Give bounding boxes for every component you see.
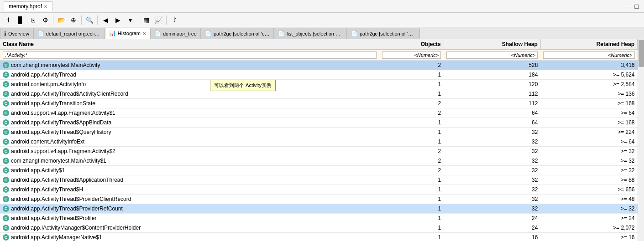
- objects-cell: 2: [379, 166, 444, 175]
- info-button[interactable]: ℹ: [3, 15, 14, 26]
- tab-histogram-close[interactable]: ✕: [142, 31, 146, 36]
- objects-cell: 1: [379, 214, 444, 223]
- minimize-icon[interactable]: –: [624, 3, 631, 10]
- shallow-heap-cell: 32: [444, 156, 540, 166]
- layout-icon: ▦: [143, 16, 149, 24]
- shallow-heap-cell: 32: [444, 175, 540, 185]
- search-button[interactable]: 🔍: [84, 15, 95, 26]
- title-bar: memory.hprof ✕ – □: [0, 0, 644, 13]
- class-name-text: android.app.ActivityThread$H: [11, 186, 83, 193]
- retained-heap-cell: >= 168: [540, 99, 637, 108]
- class-icon: C: [3, 158, 9, 164]
- table-row[interactable]: Candroid.app.ActivityThread$Profiler124>…: [0, 214, 638, 223]
- table-row[interactable]: Candroid.content.ActivityInfoExt132>= 64: [0, 137, 638, 147]
- filter-row[interactable]: [0, 50, 638, 61]
- class-name-text: android.support.v4.app.FragmentActivity$…: [11, 148, 115, 154]
- table-row[interactable]: Candroid.app.IActivityManager$ContentPro…: [0, 223, 638, 233]
- table-row[interactable]: Candroid.app.Activity$1232>= 32: [0, 166, 638, 175]
- tab-dominator-tree[interactable]: 📄 dominator_tree: [150, 28, 201, 39]
- nav-forward-button[interactable]: ▶: [112, 15, 123, 26]
- copy-button[interactable]: ⎘: [27, 15, 38, 26]
- export-button[interactable]: ⤴: [169, 15, 180, 26]
- retained-heap-cell: >= 224: [540, 128, 637, 137]
- settings-button[interactable]: ⚙: [40, 15, 51, 26]
- header-class-name[interactable]: Class Name: [0, 39, 379, 50]
- class-icon: C: [3, 100, 9, 107]
- class-cell: Candroid.app.ActivityThread$ApplicationT…: [0, 175, 379, 185]
- tab-histogram[interactable]: 📊 Histogram ✕: [105, 28, 150, 39]
- copy-icon: ⎘: [31, 16, 35, 24]
- shallow-heap-cell: 32: [444, 166, 540, 175]
- class-cell: Candroid.app.ActivityThread$AppBindData: [0, 118, 379, 127]
- histogram-table-area[interactable]: Class Name Objects Shallow Heap Retained…: [0, 39, 638, 241]
- table-row[interactable]: Candroid.app.ActivityThread$ProviderRefC…: [0, 204, 638, 214]
- tab-path2gc2[interactable]: 📄 path2gc [selection of 'MainActivity @ …: [347, 28, 420, 39]
- table-row[interactable]: Candroid.app.ActivityThread1184>= 5,624: [0, 70, 638, 80]
- chart-button[interactable]: ▊: [15, 15, 26, 26]
- list-objects-icon: 📄: [278, 31, 285, 37]
- header-objects[interactable]: Objects: [379, 39, 444, 50]
- header-retained-heap[interactable]: Retained Heap: [540, 39, 637, 50]
- settings-icon: ⚙: [42, 16, 48, 24]
- tab-list-objects[interactable]: 📄 list_objects [selection of 'MainActivi…: [274, 28, 347, 39]
- class-icon: C: [3, 138, 9, 145]
- class-name-text: android.app.ActivityThread$ActivityClien…: [11, 91, 128, 97]
- objects-cell: 1: [379, 89, 444, 99]
- layout-button[interactable]: ▦: [141, 15, 152, 26]
- compare-button[interactable]: ⊕: [68, 15, 79, 26]
- class-cell: Candroid.app.ActivityManagerNative$1: [0, 233, 379, 241]
- table-row[interactable]: Candroid.content.pm.ActivityInfo1120>= 2…: [0, 80, 638, 89]
- title-tab[interactable]: memory.hprof ✕: [4, 1, 52, 11]
- scrollbar-thumb[interactable]: [639, 40, 644, 67]
- retained-filter-input[interactable]: [543, 51, 634, 59]
- info-icon: ℹ: [7, 16, 10, 24]
- table-row[interactable]: Candroid.support.v4.app.FragmentActivity…: [0, 108, 638, 118]
- class-cell: Candroid.content.ActivityInfoExt: [0, 137, 379, 146]
- objects-filter-input[interactable]: [382, 51, 441, 59]
- class-filter-input[interactable]: [3, 51, 377, 59]
- table-row[interactable]: Candroid.app.ActivityManagerNative$1116>…: [0, 233, 638, 241]
- table-row[interactable]: Candroid.app.ActivityThread$H132>= 656: [0, 185, 638, 195]
- class-cell: Ccom.zhangf.memorytest.MainActivity$1: [0, 156, 379, 165]
- class-name-text: android.support.v4.app.FragmentActivity$…: [11, 110, 115, 116]
- nav-history-button[interactable]: ▾: [125, 15, 136, 26]
- tab-path2gc1-label: path2gc [selection of 'char[1278089] @ 0…: [214, 31, 270, 36]
- class-cell: Candroid.app.ActivityThread$ProviderClie…: [0, 195, 379, 204]
- open-button[interactable]: 📂: [56, 15, 67, 26]
- objects-cell: 2: [379, 147, 444, 156]
- table-row[interactable]: Candroid.app.ActivityThread$ApplicationT…: [0, 175, 638, 185]
- table-row[interactable]: Candroid.app.ActivityThread$AppBindData1…: [0, 118, 638, 128]
- toolbar-separator-2: [81, 15, 82, 25]
- class-icon: C: [3, 72, 9, 78]
- histogram-table: Class Name Objects Shallow Heap Retained…: [0, 39, 638, 241]
- table-row[interactable]: Candroid.app.ActivityThread$QueryHistory…: [0, 128, 638, 137]
- shallow-filter-input[interactable]: [446, 51, 538, 59]
- objects-cell: 1: [379, 233, 444, 241]
- chart2-button[interactable]: 📈: [153, 15, 164, 26]
- class-cell: Candroid.app.ActivityThread$QueryHistory: [0, 128, 379, 137]
- nav-back-button[interactable]: ◀: [100, 15, 111, 26]
- table-row[interactable]: Candroid.app.ActivityThread$ActivityClie…: [0, 89, 638, 99]
- table-row[interactable]: Candroid.app.ActivityTransitionState2112…: [0, 99, 638, 108]
- maximize-icon[interactable]: □: [633, 3, 640, 10]
- table-row[interactable]: Candroid.app.ActivityThread$ProviderClie…: [0, 195, 638, 204]
- vertical-scrollbar[interactable]: [638, 39, 644, 241]
- tab-overview[interactable]: ℹ Overview: [0, 28, 33, 39]
- shallow-heap-cell: 64: [444, 118, 540, 128]
- class-name-text: android.app.ActivityThread$ApplicationTh…: [11, 177, 123, 183]
- class-name-text: android.app.Activity$1: [11, 167, 65, 174]
- table-row[interactable]: Candroid.support.v4.app.FragmentActivity…: [0, 147, 638, 156]
- toolbar-separator-3: [97, 15, 98, 25]
- shallow-heap-cell: 32: [444, 185, 540, 195]
- class-cell: Candroid.app.ActivityThread$H: [0, 185, 379, 194]
- table-row[interactable]: Ccom.zhangf.memorytest.MainActivity$1232…: [0, 156, 638, 166]
- table-row[interactable]: Ccom.zhangf.memorytest.MainActivity25283…: [0, 61, 638, 70]
- tab-path2gc1[interactable]: 📄 path2gc [selection of 'char[1278089] @…: [201, 28, 274, 39]
- class-name-text: com.zhangf.memorytest.MainActivity: [11, 62, 100, 68]
- header-shallow-heap[interactable]: Shallow Heap: [444, 39, 540, 50]
- title-close-icon[interactable]: ✕: [44, 4, 47, 9]
- class-icon: C: [3, 177, 9, 183]
- tab-default-report[interactable]: 📄 default_report org.eclipse.mat.api:sus…: [33, 28, 105, 39]
- class-cell: Candroid.app.Activity$1: [0, 166, 379, 175]
- retained-heap-cell: 3,416: [540, 61, 637, 70]
